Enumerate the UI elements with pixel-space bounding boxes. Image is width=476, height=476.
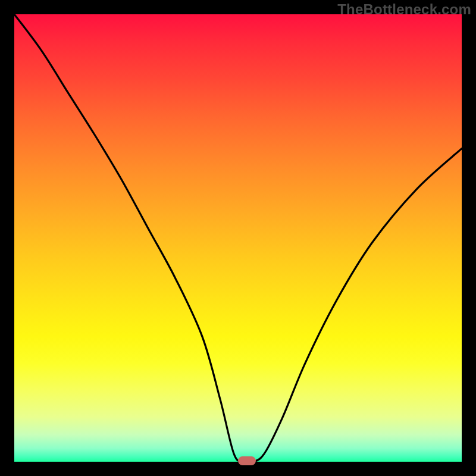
watermark-text: TheBottleneck.com [337,1,471,18]
chart-frame: TheBottleneck.com [0,0,476,476]
plot-area [14,14,462,462]
optimal-marker [238,456,256,465]
bottleneck-curve [14,14,462,462]
